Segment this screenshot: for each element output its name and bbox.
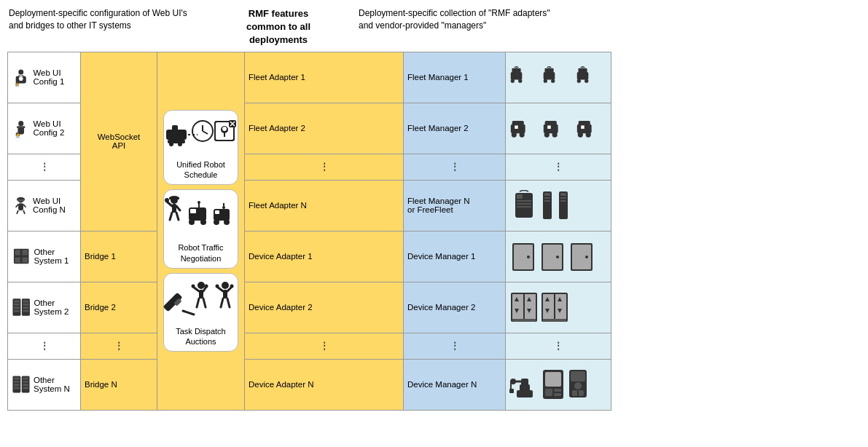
- other-system-2-cell: Other System 2: [8, 282, 81, 333]
- svg-rect-118: [560, 200, 566, 202]
- svg-rect-121: [23, 250, 28, 255]
- svg-point-76: [582, 68, 583, 69]
- svg-rect-150: [512, 319, 536, 322]
- bridge-n-cell: Bridge N: [81, 359, 157, 410]
- bridge-dots-cell: ⋮: [81, 333, 157, 359]
- device-adapter-n-cell: Device Adapter N: [245, 359, 404, 410]
- svg-rect-122: [15, 258, 20, 263]
- svg-rect-123: [23, 258, 28, 263]
- fleet-adapter-n-cell: Fleet Adapter N: [245, 180, 404, 231]
- web-ui-dots-cell: ⋮: [8, 154, 81, 180]
- fleet-manager-1-cell: Fleet Manager 1: [404, 52, 506, 103]
- device-icons-1-cell: [506, 231, 611, 282]
- robot-b-icon-3: [576, 115, 607, 141]
- other-system-2-label: Other System 2: [34, 298, 77, 316]
- svg-line-53: [203, 298, 206, 307]
- web-ui-config-n-cell: Web UI Config N: [8, 180, 81, 231]
- device-adapter-1-label: Device Adapter 1: [249, 252, 313, 261]
- svg-text:🧑‍💼: 🧑‍💼: [15, 132, 21, 138]
- fleet-adapter-dots: ⋮: [320, 162, 329, 171]
- robot-arm-icon: [509, 368, 540, 400]
- svg-point-95: [577, 132, 582, 137]
- device-manager-dots-cell: ⋮: [404, 333, 506, 359]
- websocket-api-cell: WebSocketAPI: [81, 52, 157, 231]
- svg-point-68: [518, 79, 522, 83]
- svg-rect-81: [17, 126, 25, 128]
- svg-rect-114: [544, 200, 550, 202]
- svg-rect-137: [14, 310, 20, 312]
- device-manager-1-cell: Device Manager 1: [404, 231, 506, 282]
- header-left: Deployment-specific configuration of Web…: [9, 7, 198, 47]
- other-system-dots: ⋮: [40, 341, 49, 350]
- tall-robot-icon: [509, 190, 539, 221]
- svg-rect-83: [511, 124, 525, 134]
- svg-rect-144: [512, 294, 523, 319]
- svg-rect-74: [576, 72, 588, 79]
- door-icon-2: [539, 240, 566, 272]
- fleet-robots-n-cell: [506, 180, 611, 231]
- fleet-robots-1: [509, 64, 607, 90]
- svg-point-55: [204, 284, 208, 288]
- fleet-robots-n: [509, 190, 607, 221]
- robot-icon-1: [509, 64, 541, 90]
- svg-line-103: [23, 205, 26, 207]
- bar-robot-icon-2: [556, 190, 571, 221]
- svg-point-10: [178, 142, 182, 146]
- other-system-1-cell: Other System 1: [8, 231, 81, 282]
- device-adapter-dots: ⋮: [320, 341, 329, 350]
- svg-point-9: [169, 142, 173, 146]
- device-adapter-n-label: Device Adapter N: [249, 380, 314, 389]
- bridge-2-cell: Bridge 2: [81, 282, 157, 333]
- svg-point-67: [511, 79, 515, 83]
- table-row: Other System 2 Bridge 2 Device Adapter 2…: [8, 282, 861, 333]
- svg-point-129: [556, 256, 559, 258]
- device-adapter-dots-cell: ⋮: [245, 333, 404, 359]
- svg-rect-84: [512, 121, 524, 124]
- bridge-1-label: Bridge 1: [85, 252, 116, 261]
- svg-rect-117: [560, 197, 566, 199]
- svg-point-35: [189, 219, 195, 225]
- svg-rect-93: [576, 124, 591, 134]
- svg-rect-107: [517, 194, 523, 199]
- svg-point-85: [512, 132, 517, 137]
- unified-robot-schedule-label: Unified Robot Schedule: [170, 159, 232, 181]
- bridge-2-label: Bridge 2: [85, 303, 116, 312]
- device-manager-2-cell: Device Manager 2: [404, 282, 506, 333]
- svg-point-43: [222, 206, 225, 209]
- robot-b-icon-1: [509, 115, 541, 141]
- svg-rect-160: [14, 378, 20, 380]
- svg-line-52: [197, 298, 199, 307]
- server-icon: [12, 294, 31, 320]
- fleet-manager-2-cell: Fleet Manager 2: [404, 103, 506, 154]
- svg-line-60: [221, 298, 223, 307]
- svg-point-36: [200, 219, 206, 225]
- svg-rect-131: [572, 245, 591, 269]
- svg-rect-142: [23, 310, 28, 312]
- svg-rect-161: [14, 381, 20, 383]
- svg-point-86: [520, 132, 525, 137]
- svg-rect-145: [525, 294, 536, 319]
- rmf-center-column: Unified Robot Schedule: [157, 52, 245, 410]
- task-dispatch-auctions-icons: [161, 278, 241, 325]
- svg-point-56: [222, 282, 229, 289]
- svg-rect-128: [543, 245, 562, 269]
- server-n-icon: [12, 371, 31, 397]
- task-dispatch-auctions-label: Task Dispatch Auctions: [170, 326, 232, 347]
- svg-line-105: [23, 210, 25, 214]
- bar-robot-icon-1: [540, 190, 555, 221]
- svg-point-79: [18, 121, 23, 126]
- svg-rect-110: [517, 206, 531, 207]
- svg-rect-70: [545, 68, 554, 73]
- svg-line-47: [183, 311, 194, 315]
- svg-rect-165: [23, 378, 28, 380]
- web-ui-config-2-cell: 🧑‍💼 Web UI Config 2: [8, 103, 81, 154]
- svg-point-90: [544, 132, 550, 137]
- svg-rect-108: [517, 200, 531, 202]
- medical-icon: 👩‍⚕️: [12, 64, 30, 90]
- unified-schedule-icon: [165, 115, 238, 155]
- web-ui-config-1-cell: 👩‍⚕️ Web UI Config 1: [12, 64, 77, 90]
- device-icons-2-cell: [506, 282, 611, 333]
- svg-rect-113: [544, 197, 550, 199]
- device-icons-n: [509, 368, 607, 400]
- svg-point-73: [551, 79, 555, 83]
